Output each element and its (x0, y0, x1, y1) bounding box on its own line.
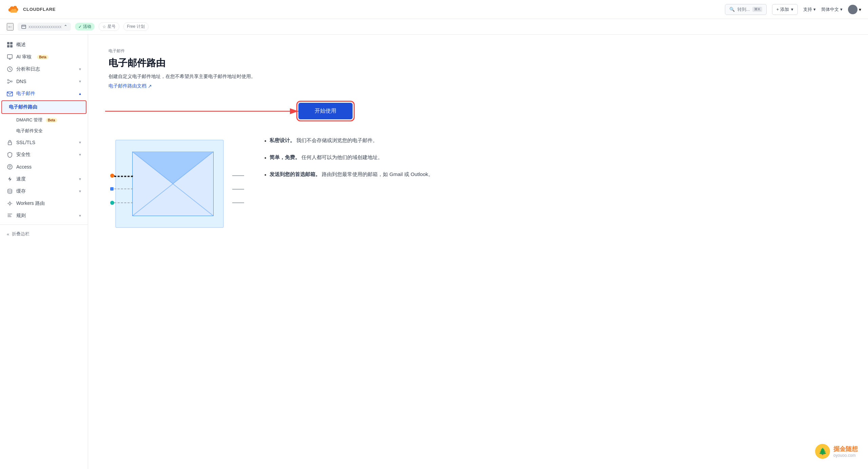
svg-point-19 (7, 164, 12, 169)
domain-name: xxxxxxxxxxxxxxx (28, 24, 62, 29)
page-description: 创建自定义电子邮件地址，在您不希望共享主要电子邮件地址时使用。 (108, 74, 848, 80)
speed-arrow-icon: ▾ (79, 177, 81, 181)
sidebar-item-email-routing[interactable]: 电子邮件路由 (1, 100, 86, 114)
cloudflare-logo-icon (7, 5, 20, 14)
svg-line-15 (9, 80, 11, 81)
sidebar-item-access[interactable]: Access (0, 161, 88, 173)
doc-link-text: 电子邮件路由文档 (108, 83, 146, 89)
svg-rect-2 (7, 42, 9, 44)
content-section: • 私密设计。 我们不会存储或浏览您的电子邮件。 • 简单，免费。 任何人都可以… (108, 136, 848, 238)
bullet-icon: • (264, 137, 266, 145)
analytics-arrow-icon: ▾ (79, 67, 81, 72)
dns-icon (7, 78, 13, 84)
cache-arrow-icon: ▾ (79, 189, 81, 194)
breadcrumb: 电子邮件 (108, 48, 848, 54)
watermark-title: 掘金随想 (833, 445, 858, 453)
sidebar-label-cache: 缓存 (16, 188, 26, 194)
security-arrow-icon: ▾ (79, 152, 81, 157)
sidebar-label-access: Access (16, 164, 32, 170)
watermark: 🌲 掘金随想 oyouoo.com (815, 444, 858, 459)
workers-icon (7, 200, 13, 207)
svg-line-16 (9, 81, 11, 83)
envelope-illustration (108, 136, 244, 238)
dmarc-badge: Beta (46, 118, 57, 122)
bolt-icon (7, 176, 13, 182)
star-badge[interactable]: ☆ 星号 (99, 22, 119, 31)
rules-arrow-icon: ▾ (79, 213, 81, 218)
feature-text-3: 发送到您的首选邮箱。 路由到您最常使用的邮箱，如 Gmail 或 Outlook… (270, 170, 433, 179)
features-list: • 私密设计。 我们不会存储或浏览您的电子邮件。 • 简单，免费。 任何人都可以… (264, 136, 848, 187)
sidebar-item-email-security[interactable]: 电子邮件安全 (0, 125, 88, 136)
email-arrow-icon: ▴ (79, 91, 81, 96)
domain-selector[interactable]: xxxxxxxxxxxxxxx ⌃ (18, 23, 71, 31)
dns-arrow-icon: ▾ (79, 79, 81, 84)
feature-item-3: • 发送到您的首选邮箱。 路由到您最常使用的邮箱，如 Gmail 或 Outlo… (264, 170, 848, 179)
star-icon: ☆ (102, 24, 106, 29)
sub-header: ← xxxxxxxxxxxxxxx ⌃ 活动 ☆ 星号 Free 计划 (0, 19, 868, 35)
search-icon: 🔍 (729, 7, 735, 12)
sidebar-item-analytics[interactable]: 分析和日志 ▾ (0, 63, 88, 75)
sidebar-label-security: 安全性 (16, 152, 31, 158)
sidebar-item-overview[interactable]: 概述 (0, 39, 88, 51)
sidebar-label-analytics: 分析和日志 (16, 66, 40, 72)
sidebar-item-email[interactable]: 电子邮件 ▴ (0, 87, 88, 100)
active-badge: 活动 (75, 23, 95, 31)
user-avatar (848, 5, 857, 14)
svg-rect-0 (22, 25, 26, 28)
email-icon (7, 91, 13, 97)
watermark-subtitle: oyouoo.com (833, 453, 858, 458)
lang-chevron-icon: ▾ (840, 7, 843, 12)
svg-rect-4 (7, 45, 9, 47)
email-routing-label: 电子邮件路由 (9, 104, 37, 110)
search-button[interactable]: 🔍 转到... ⌘K (725, 4, 767, 15)
sidebar-item-dns[interactable]: DNS ▾ (0, 75, 88, 87)
sidebar-label-ssl: SSL/TLS (16, 140, 35, 145)
sidebar-label-ai-review: AI 审核 (16, 54, 32, 60)
start-button[interactable]: 开始使用 (298, 103, 353, 119)
sidebar-item-workers[interactable]: Workers 路由 (0, 197, 88, 210)
top-navigation: CLOUDFLARE 🔍 转到... ⌘K + 添加 ▾ 支持 ▾ 简体中文 ▾… (0, 0, 868, 19)
search-kbd: ⌘K (752, 7, 762, 12)
doc-link[interactable]: 电子邮件路由文档 ↗ (108, 83, 152, 89)
sidebar-label-speed: 速度 (16, 176, 26, 182)
sidebar-item-ai-review[interactable]: AI 审核 Beta (0, 51, 88, 63)
main-layout: 概述 AI 审核 Beta 分析和日志 ▾ DNS ▾ 电子邮件 ▴ 电子邮件路… (0, 35, 868, 469)
sidebar-item-rules[interactable]: 规则 ▾ (0, 210, 88, 222)
svg-rect-6 (7, 55, 12, 58)
bullet-icon-2: • (264, 154, 266, 162)
user-menu[interactable]: ▾ (848, 5, 861, 14)
add-label: + 添加 (776, 6, 789, 13)
website-icon (21, 24, 26, 30)
sidebar-item-ssl[interactable]: SSL/TLS ▾ (0, 136, 88, 149)
watermark-text-block: 掘金随想 oyouoo.com (833, 445, 858, 458)
nav-right: 🔍 转到... ⌘K + 添加 ▾ 支持 ▾ 简体中文 ▾ ▾ (725, 4, 861, 15)
nav-left: CLOUDFLARE (7, 5, 56, 14)
feature-text-2: 简单，免费。 任何人都可以为他们的域创建地址。 (270, 153, 383, 162)
language-selector[interactable]: 简体中文 ▾ (821, 6, 843, 13)
svg-point-22 (8, 189, 12, 191)
plan-badge: Free 计划 (123, 22, 149, 31)
svg-rect-3 (10, 42, 13, 44)
sidebar-item-cache[interactable]: 缓存 ▾ (0, 185, 88, 197)
clock-icon (7, 66, 13, 72)
grid-icon (7, 42, 13, 48)
sidebar-item-security[interactable]: 安全性 ▾ (0, 149, 88, 161)
back-button[interactable]: ← (7, 23, 14, 31)
logo[interactable]: CLOUDFLARE (7, 5, 56, 14)
access-icon (7, 164, 13, 170)
user-chevron-icon: ▾ (859, 7, 861, 12)
sidebar-item-dmarc[interactable]: DMARC 管理 Beta (0, 115, 88, 125)
sidebar-item-speed[interactable]: 速度 ▾ (0, 173, 88, 185)
support-link[interactable]: 支持 ▾ (803, 6, 816, 13)
add-button[interactable]: + 添加 ▾ (772, 4, 798, 15)
lock-icon (7, 139, 13, 145)
support-chevron-icon: ▾ (813, 7, 816, 12)
sidebar-divider (0, 224, 88, 225)
sidebar-label-email: 电子邮件 (16, 91, 35, 97)
annotation-arrow (102, 101, 312, 121)
feature-item-2: • 简单，免费。 任何人都可以为他们的域创建地址。 (264, 153, 848, 162)
sidebar: 概述 AI 审核 Beta 分析和日志 ▾ DNS ▾ 电子邮件 ▴ 电子邮件路… (0, 35, 88, 469)
sidebar-label-dns: DNS (16, 79, 26, 84)
collapse-sidebar-button[interactable]: « 折叠边栏 (0, 228, 88, 240)
shield-icon (7, 152, 13, 158)
